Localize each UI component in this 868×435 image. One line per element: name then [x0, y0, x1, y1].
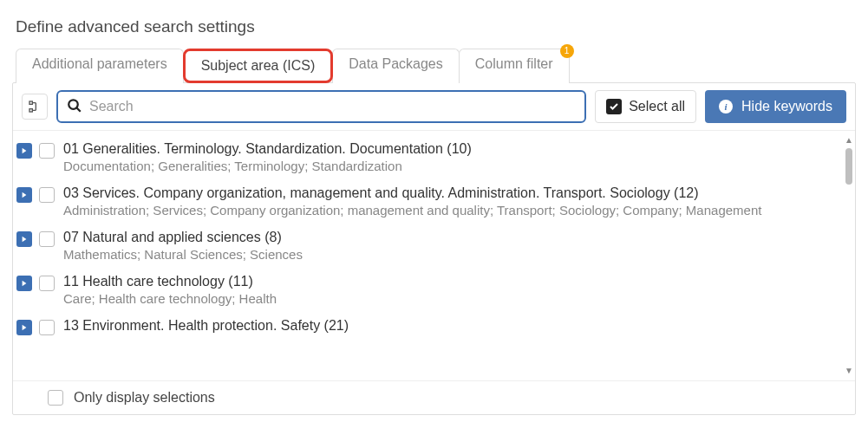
play-icon — [21, 236, 28, 243]
footer: Only display selections — [13, 380, 855, 414]
subject-list: 01 Generalities. Terminology. Standardiz… — [13, 131, 855, 344]
svg-point-2 — [69, 100, 78, 109]
tab-subject-area-ics[interactable]: Subject area (ICS) — [183, 49, 334, 83]
search-field[interactable] — [56, 90, 586, 123]
item-title: 01 Generalities. Terminology. Standardiz… — [63, 141, 852, 157]
item-text[interactable]: 03 Services. Company organization, manag… — [63, 185, 852, 218]
item-text[interactable]: 13 Environment. Health protection. Safet… — [63, 318, 852, 335]
page-title: Define advanced search settings — [16, 17, 856, 36]
tree-toggle-button[interactable] — [22, 94, 48, 120]
item-keywords: Mathematics; Natural Sciences; Sciences — [63, 247, 852, 262]
only-selections-label: Only display selections — [74, 390, 215, 406]
scrollbar[interactable]: ▲ ▼ — [845, 136, 853, 375]
tab-label: Subject area (ICS) — [201, 58, 316, 73]
expand-button[interactable] — [16, 187, 32, 203]
list-item: 13 Environment. Health protection. Safet… — [16, 315, 852, 344]
list-item: 01 Generalities. Terminology. Standardiz… — [16, 138, 852, 182]
svg-rect-1 — [29, 109, 32, 112]
hide-keywords-label: Hide keywords — [741, 99, 832, 114]
tab-data-packages[interactable]: Data Packages — [332, 49, 460, 83]
item-checkbox[interactable] — [39, 320, 55, 335]
item-checkbox[interactable] — [39, 276, 55, 291]
item-text[interactable]: 07 Natural and applied sciences (8) Math… — [63, 230, 852, 262]
play-icon — [21, 147, 28, 154]
item-text[interactable]: 11 Health care technology (11) Care; Hea… — [63, 274, 852, 306]
list-item: 07 Natural and applied sciences (8) Math… — [16, 226, 852, 270]
item-checkbox[interactable] — [39, 143, 55, 159]
tab-additional-parameters[interactable]: Additional parameters — [16, 49, 184, 83]
only-selections-checkbox[interactable] — [48, 390, 63, 406]
svg-rect-0 — [29, 101, 32, 104]
toolbar: Select all i Hide keywords — [13, 83, 855, 131]
tab-label: Column filter — [475, 56, 553, 71]
tab-column-filter[interactable]: Column filter 1 — [459, 49, 570, 83]
scroll-thumb[interactable] — [845, 148, 852, 185]
play-icon — [21, 280, 28, 287]
list-item: 03 Services. Company organization, manag… — [16, 182, 852, 226]
tab-badge: 1 — [560, 44, 574, 58]
scroll-up-icon[interactable]: ▲ — [845, 136, 853, 145]
expand-button[interactable] — [16, 143, 32, 159]
list-area: 01 Generalities. Terminology. Standardiz… — [13, 131, 855, 380]
search-icon — [67, 98, 82, 116]
scroll-down-icon[interactable]: ▼ — [845, 367, 853, 375]
tab-label: Additional parameters — [32, 56, 167, 71]
item-title: 03 Services. Company organization, manag… — [63, 185, 852, 201]
search-input[interactable] — [89, 99, 576, 114]
expand-button[interactable] — [16, 320, 32, 335]
item-checkbox[interactable] — [39, 187, 55, 203]
tree-icon — [28, 100, 42, 114]
select-all-label: Select all — [629, 99, 685, 114]
item-keywords: Care; Health care technology; Health — [63, 291, 852, 306]
expand-button[interactable] — [16, 276, 32, 291]
tab-label: Data Packages — [349, 56, 443, 71]
select-all-button[interactable]: Select all — [595, 90, 696, 123]
item-title: 07 Natural and applied sciences (8) — [63, 230, 852, 245]
list-item: 11 Health care technology (11) Care; Hea… — [16, 270, 852, 315]
expand-button[interactable] — [16, 231, 32, 247]
play-icon — [21, 324, 28, 331]
item-keywords: Documentation; Generalities; Terminology… — [63, 159, 852, 173]
item-title: 13 Environment. Health protection. Safet… — [63, 318, 852, 334]
panel: Select all i Hide keywords 01 Generaliti… — [12, 82, 856, 415]
hide-keywords-button[interactable]: i Hide keywords — [705, 90, 846, 123]
item-checkbox[interactable] — [39, 231, 55, 247]
item-text[interactable]: 01 Generalities. Terminology. Standardiz… — [63, 141, 852, 173]
item-title: 11 Health care technology (11) — [63, 274, 852, 289]
info-icon: i — [719, 100, 733, 114]
item-keywords: Administration; Services; Company organi… — [63, 203, 852, 218]
play-icon — [21, 192, 28, 198]
tab-bar: Additional parameters Subject area (ICS)… — [16, 49, 856, 83]
check-icon — [606, 99, 622, 114]
